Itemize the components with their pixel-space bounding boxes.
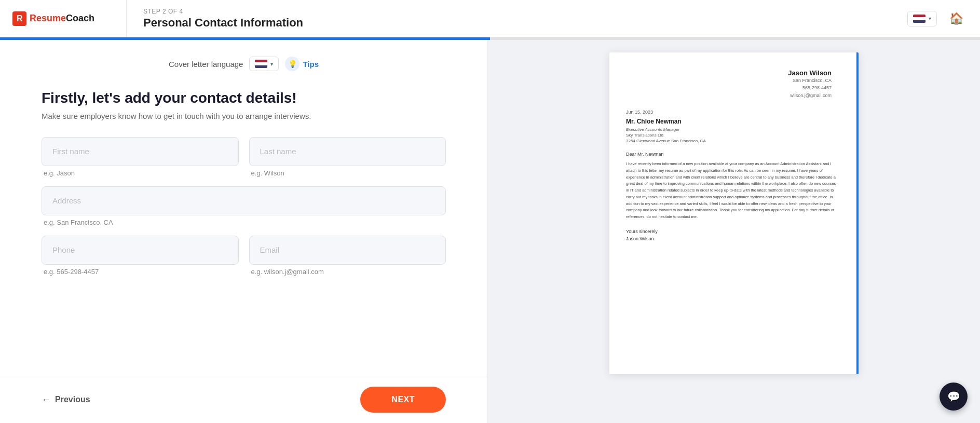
previous-label: Previous xyxy=(55,395,90,404)
last-name-input[interactable] xyxy=(249,137,446,166)
letter-recipient-title: Executive Accounts Manager xyxy=(626,127,840,132)
language-bar-label: Cover letter language xyxy=(169,60,243,69)
letter-content: Jason Wilson San Francisco, CA 565-298-4… xyxy=(609,52,859,258)
header: R ResumeCoach STEP 2 OF 4 Personal Conta… xyxy=(0,0,980,37)
name-row: e.g. Jason e.g. Wilson xyxy=(42,137,446,177)
chat-bubble-button[interactable]: 💬 xyxy=(940,383,968,411)
address-field: e.g. San Francisco, CA xyxy=(42,186,446,226)
last-name-field: e.g. Wilson xyxy=(249,137,446,177)
step-title: Personal Contact Information xyxy=(143,16,907,30)
phone-field: e.g. 565-298-4457 xyxy=(42,236,239,276)
bottom-nav: ← Previous NEXT xyxy=(0,376,487,423)
letter-greeting: Dear Mr. Newman xyxy=(626,152,840,157)
language-selector-header[interactable]: ▾ xyxy=(907,11,937,26)
header-right: ▾ 🏠 xyxy=(907,10,968,28)
letter-address: 3254 Glenwood Avenue San Francisco, CA xyxy=(626,139,840,143)
letter-sender-name: Jason Wilson xyxy=(626,69,832,77)
phone-input[interactable] xyxy=(42,236,239,265)
previous-button[interactable]: ← Previous xyxy=(42,394,90,405)
flag-icon xyxy=(913,15,925,23)
last-name-hint: e.g. Wilson xyxy=(249,169,446,177)
first-name-hint: e.g. Jason xyxy=(42,169,239,177)
main-layout: Cover letter language ▾ 💡 Tips Firstly, … xyxy=(0,40,980,423)
section-title: Firstly, let's add your contact details! xyxy=(42,90,446,106)
logo-area: R ResumeCoach xyxy=(12,0,127,37)
letter-preview: Jason Wilson San Francisco, CA 565-298-4… xyxy=(609,52,859,374)
first-name-input[interactable] xyxy=(42,137,239,166)
chevron-down-icon: ▾ xyxy=(929,16,931,21)
phone-hint: e.g. 565-298-4457 xyxy=(42,268,239,276)
right-panel: Jason Wilson San Francisco, CA 565-298-4… xyxy=(488,40,980,423)
next-button[interactable]: NEXT xyxy=(360,387,446,413)
step-info: STEP 2 OF 4 Personal Contact Information xyxy=(127,8,907,30)
email-hint: e.g. wilson.j@gmail.com xyxy=(249,268,446,276)
logo-text: ResumeCoach xyxy=(30,13,94,24)
section-subtitle: Make sure employers know how to get in t… xyxy=(42,112,446,120)
letter-date: Jun 15, 2023 xyxy=(626,110,840,115)
letter-sender-city: San Francisco, CA 565-298-4457 wilson.j@… xyxy=(626,77,832,99)
letter-company: Sky Translations Ltd. xyxy=(626,133,840,138)
home-button[interactable]: 🏠 xyxy=(945,10,968,28)
email-input[interactable] xyxy=(249,236,446,265)
letter-body: I have recently been informed of a new p… xyxy=(626,161,840,221)
logo-icon: R xyxy=(12,11,26,26)
letter-recipient-name: Mr. Chloe Newman xyxy=(626,118,840,125)
email-field: e.g. wilson.j@gmail.com xyxy=(249,236,446,276)
language-selector-bar[interactable]: ▾ xyxy=(249,57,279,71)
language-bar: Cover letter language ▾ 💡 Tips xyxy=(42,57,446,71)
flag-icon-bar xyxy=(255,60,267,68)
address-input[interactable] xyxy=(42,186,446,215)
left-content: Cover letter language ▾ 💡 Tips Firstly, … xyxy=(0,40,487,376)
address-row: e.g. San Francisco, CA xyxy=(42,186,446,226)
tips-icon: 💡 xyxy=(285,57,300,71)
letter-closing: Yours sincerely xyxy=(626,229,840,234)
letter-signature: Jason Wilson xyxy=(626,236,840,241)
chevron-down-bar-icon: ▾ xyxy=(270,61,273,67)
chat-icon: 💬 xyxy=(947,390,960,403)
step-label: STEP 2 OF 4 xyxy=(143,8,907,15)
contact-row: e.g. 565-298-4457 e.g. wilson.j@gmail.co… xyxy=(42,236,446,276)
logo: R ResumeCoach xyxy=(12,11,94,26)
left-panel: Cover letter language ▾ 💡 Tips Firstly, … xyxy=(0,40,488,423)
first-name-field: e.g. Jason xyxy=(42,137,239,177)
address-hint: e.g. San Francisco, CA xyxy=(42,219,446,226)
letter-sender: Jason Wilson San Francisco, CA 565-298-4… xyxy=(626,69,840,99)
tips-label: Tips xyxy=(303,60,319,69)
back-arrow-icon: ← xyxy=(42,394,51,405)
letter-accent-bar xyxy=(856,52,859,374)
tips-button[interactable]: 💡 Tips xyxy=(285,57,319,71)
